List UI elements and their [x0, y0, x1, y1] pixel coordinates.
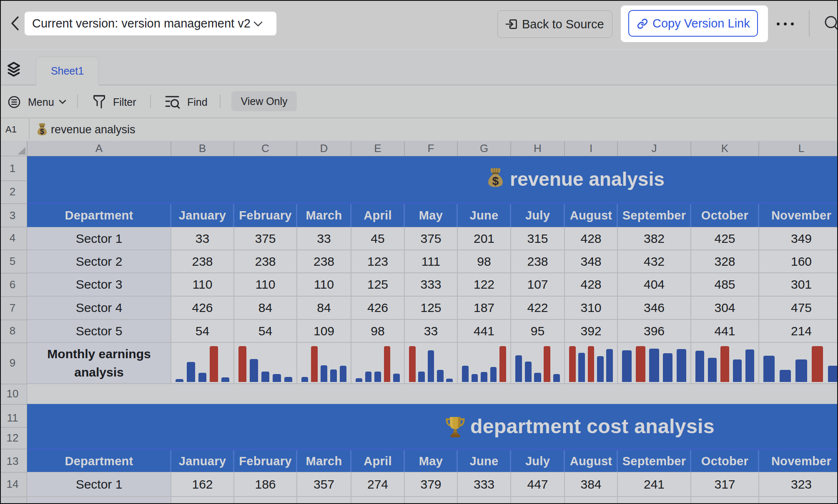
svg-text:$: $: [492, 175, 499, 187]
svg-text:$: $: [40, 127, 44, 135]
